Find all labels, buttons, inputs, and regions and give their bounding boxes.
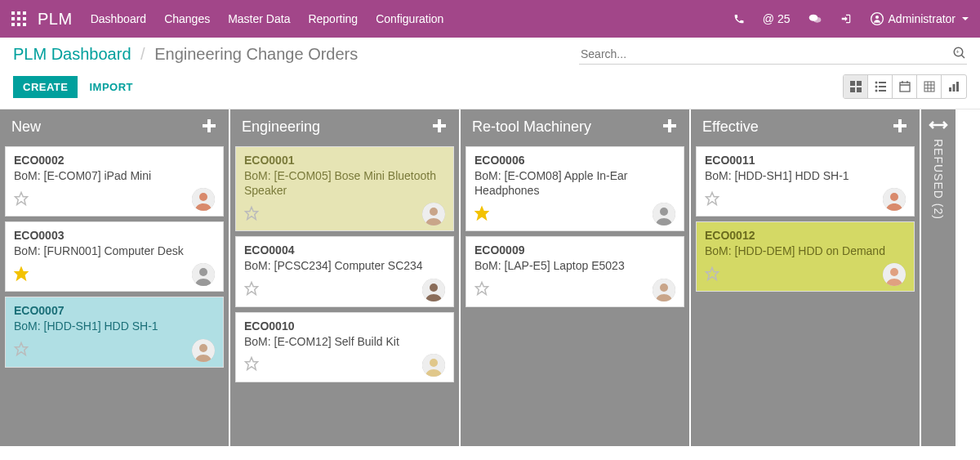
- star-icon[interactable]: [14, 342, 29, 359]
- avatar[interactable]: [883, 263, 906, 286]
- svg-point-75: [890, 268, 898, 276]
- apps-icon[interactable]: [11, 11, 26, 26]
- star-icon[interactable]: [705, 266, 719, 284]
- user-name: Administrator: [889, 12, 956, 25]
- kanban-column: Effective ECO0011 BoM: [HDD-SH1] HDD SH-…: [691, 109, 920, 446]
- column-folded-refused[interactable]: REFUSED (2): [921, 109, 956, 446]
- svg-rect-36: [953, 84, 956, 92]
- card-id: ECO0010: [244, 319, 445, 333]
- chat-icon[interactable]: [808, 13, 822, 25]
- kanban-column: Engineering ECO0001 BoM: [E-COM05] Bose …: [230, 109, 459, 446]
- brand-label[interactable]: PLM: [38, 10, 73, 29]
- menu-reporting[interactable]: Reporting: [308, 12, 358, 25]
- star-icon[interactable]: [705, 191, 719, 208]
- kanban-card[interactable]: ECO0009 BoM: [LAP-E5] Laptop E5023: [466, 236, 684, 306]
- svg-point-72: [890, 193, 898, 201]
- avatar[interactable]: [422, 203, 445, 226]
- kanban-card[interactable]: ECO0012 BoM: [HDD-DEM] HDD on Demand: [696, 221, 915, 292]
- kanban-card[interactable]: ECO0003 BoM: [FURN001] Computer Desk: [5, 221, 224, 292]
- svg-marker-57: [246, 358, 258, 370]
- svg-rect-5: [23, 17, 26, 20]
- avatar[interactable]: [422, 279, 445, 301]
- menu-dashboard[interactable]: Dashboard: [91, 12, 147, 25]
- column-body: ECO0001 BoM: [E-COM05] Bose Mini Bluetoo…: [230, 146, 459, 387]
- phone-icon[interactable]: [733, 13, 745, 25]
- breadcrumb-sep: /: [140, 45, 145, 63]
- star-icon[interactable]: [474, 206, 489, 223]
- svg-marker-51: [246, 207, 258, 219]
- kanban-board: New ECO0002 BoM: [E-COM07] iPad Mini ECO…: [0, 109, 980, 446]
- star-icon[interactable]: [14, 191, 29, 208]
- avatar[interactable]: [192, 263, 215, 286]
- avatar[interactable]: [883, 188, 906, 211]
- svg-rect-19: [857, 87, 862, 92]
- column-add-icon[interactable]: [662, 118, 678, 136]
- star-icon[interactable]: [474, 281, 489, 298]
- card-id: ECO0003: [14, 229, 215, 242]
- kanban-card[interactable]: ECO0004 BoM: [PCSC234] Computer SC234: [235, 236, 454, 306]
- user-menu[interactable]: Administrator: [871, 12, 969, 25]
- kanban-card[interactable]: ECO0007 BoM: [HDD-SH1] HDD SH-1: [5, 297, 224, 367]
- star-icon[interactable]: [244, 356, 259, 373]
- avatar[interactable]: [653, 203, 675, 226]
- menu-configuration[interactable]: Configuration: [376, 12, 443, 25]
- kanban-card[interactable]: ECO0002 BoM: [E-COM07] iPad Mini: [5, 146, 224, 217]
- star-icon[interactable]: [14, 266, 29, 284]
- view-calendar-icon[interactable]: [893, 75, 917, 98]
- import-button[interactable]: IMPORT: [89, 81, 133, 93]
- svg-rect-25: [879, 90, 886, 92]
- view-graph-icon[interactable]: [942, 75, 966, 98]
- breadcrumb-current: Engineering Change Orders: [154, 45, 358, 63]
- view-pivot-icon[interactable]: [917, 75, 942, 98]
- avatar[interactable]: [422, 354, 445, 377]
- svg-rect-37: [956, 82, 959, 92]
- view-list-icon[interactable]: [868, 75, 893, 98]
- breadcrumb-parent[interactable]: PLM Dashboard: [13, 45, 131, 63]
- card-description: BoM: [E-COM12] Self Build Kit: [244, 334, 445, 349]
- search-input[interactable]: [579, 44, 952, 64]
- menu-changes[interactable]: Changes: [164, 12, 210, 25]
- avatar[interactable]: [653, 279, 675, 301]
- svg-rect-23: [879, 86, 886, 87]
- card-id: ECO0007: [14, 304, 215, 317]
- svg-rect-4: [17, 17, 20, 20]
- star-icon[interactable]: [244, 206, 259, 223]
- svg-line-14: [961, 55, 964, 58]
- search-box[interactable]: +: [579, 44, 967, 65]
- column-add-icon[interactable]: [892, 118, 908, 136]
- kanban-card[interactable]: ECO0010 BoM: [E-COM12] Self Build Kit: [235, 312, 454, 382]
- card-description: BoM: [HDD-SH1] HDD SH-1: [705, 168, 906, 183]
- signin-icon[interactable]: [840, 13, 853, 25]
- card-id: ECO0012: [705, 229, 906, 242]
- search-expand-icon[interactable]: +: [952, 46, 967, 63]
- column-header: New: [0, 109, 229, 146]
- folded-column-label: REFUSED (2): [932, 139, 945, 220]
- kanban-card[interactable]: ECO0001 BoM: [E-COM05] Bose Mini Bluetoo…: [235, 146, 454, 231]
- svg-rect-35: [949, 87, 951, 92]
- svg-point-59: [430, 359, 438, 367]
- column-header: Engineering: [230, 109, 459, 146]
- svg-point-48: [199, 344, 207, 352]
- view-kanban-icon[interactable]: [844, 75, 868, 98]
- svg-rect-17: [857, 81, 862, 86]
- kanban-card[interactable]: ECO0006 BoM: [E-COM08] Apple In-Ear Head…: [466, 146, 684, 231]
- column-add-icon[interactable]: [201, 118, 217, 136]
- svg-marker-40: [16, 192, 28, 204]
- avatar[interactable]: [192, 339, 215, 362]
- svg-marker-46: [16, 343, 28, 355]
- messages-count[interactable]: @ 25: [763, 12, 791, 25]
- column-header: Effective: [691, 109, 920, 146]
- card-id: ECO0011: [705, 154, 906, 167]
- star-icon[interactable]: [244, 281, 259, 298]
- svg-rect-3: [11, 17, 15, 20]
- control-panel: PLM Dashboard / Engineering Change Order…: [0, 38, 980, 109]
- card-description: BoM: [E-COM05] Bose Mini Bluetooth Speak…: [244, 168, 445, 198]
- menu-master-data[interactable]: Master Data: [228, 12, 290, 25]
- column-add-icon[interactable]: [431, 118, 448, 136]
- create-button[interactable]: CREATE: [13, 76, 78, 98]
- svg-rect-69: [893, 124, 906, 127]
- kanban-card[interactable]: ECO0011 BoM: [HDD-SH1] HDD SH-1: [696, 146, 915, 217]
- topnav-right: @ 25 Administrator: [733, 12, 969, 25]
- svg-rect-26: [900, 83, 910, 92]
- avatar[interactable]: [192, 188, 215, 211]
